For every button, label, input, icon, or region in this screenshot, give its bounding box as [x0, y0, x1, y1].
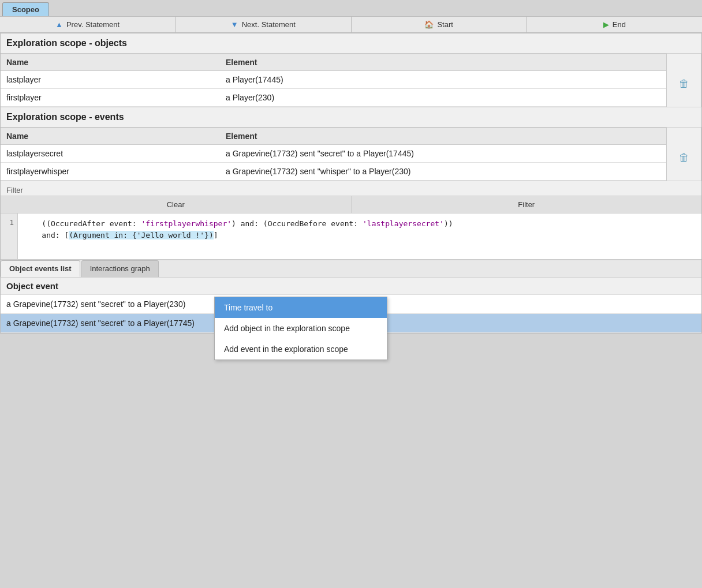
play-icon: ▶ — [603, 20, 609, 29]
objects-table-main: Name Element lastplayer a Player(17445) … — [1, 54, 667, 107]
event-row-2-name: firstplayerwhisper — [1, 163, 220, 181]
event-row-1-element: a Grapevine(17732) sent "secret" to a Pl… — [220, 145, 666, 163]
context-menu-item-add-object[interactable]: Add object in the exploration scope — [215, 318, 387, 339]
events-table: Name Element lastplayersecret a Grapevin… — [1, 128, 666, 181]
code-black-1: ((OccuredAfter event: — [24, 219, 141, 228]
events-section-header: Exploration scope - events — [1, 107, 701, 128]
start-button[interactable]: 🏠 Start — [352, 17, 527, 32]
table-row: firstplayerwhisper a Grapevine(17732) se… — [1, 163, 666, 181]
next-statement-label: Next. Statement — [242, 20, 296, 29]
tab-object-events-list[interactable]: Object events list — [1, 260, 80, 277]
events-name-col-header: Name — [1, 128, 220, 145]
tab-interactions-graph[interactable]: Interactions graph — [81, 260, 159, 277]
context-menu-item-add-event[interactable]: Add event in the exploration scope — [215, 339, 387, 359]
event-row-selected-area: a Grapevine(17732) sent "secret" to a Pl… — [1, 314, 701, 333]
events-table-main: Name Element lastplayersecret a Grapevin… — [1, 128, 667, 181]
start-label: Start — [437, 20, 453, 29]
bottom-tabs-bar: Object events list Interactions graph — [1, 260, 701, 278]
apply-filter-button[interactable]: Filter — [352, 196, 702, 213]
prev-statement-label: Prev. Statement — [66, 20, 120, 29]
next-statement-button[interactable]: ▼ Next. Statement — [176, 17, 351, 32]
object-row-1-name: lastplayer — [1, 71, 220, 89]
filter-section: Filter Clear Filter 1 ((OccuredAfter eve… — [1, 181, 701, 260]
object-row-2-element: a Player(230) — [220, 89, 666, 107]
filter-code-editor[interactable]: 1 ((OccuredAfter event: 'firstplayerwhis… — [1, 214, 701, 260]
main-content: Exploration scope - objects Name Element… — [0, 33, 702, 334]
table-row: lastplayer a Player(17445) — [1, 71, 666, 89]
code-purple-1: 'firstplayerwhisper' — [141, 219, 232, 228]
end-button[interactable]: ▶ End — [527, 17, 702, 32]
end-label: End — [613, 20, 626, 29]
objects-name-col-header: Name — [1, 54, 220, 71]
context-menu: Time travel to Add object in the explora… — [214, 297, 387, 360]
table-row: lastplayersecret a Grapevine(17732) sent… — [1, 145, 666, 163]
nav-bar: ▲ Prev. Statement ▼ Next. Statement 🏠 St… — [0, 16, 702, 33]
clear-filter-button[interactable]: Clear — [1, 196, 352, 213]
objects-action-column: 🗑 — [667, 54, 701, 107]
home-icon: 🏠 — [424, 20, 434, 29]
filter-label: Filter — [1, 185, 701, 196]
prev-statement-button[interactable]: ▲ Prev. Statement — [0, 17, 176, 32]
object-events-section-title: Object event — [1, 278, 701, 295]
object-row-2-name: firstplayer — [1, 89, 220, 107]
objects-section-header: Exploration scope - objects — [1, 33, 701, 54]
code-purple-2: 'lastplayersecret' — [363, 219, 444, 228]
delete-object-button[interactable]: 🗑 — [674, 77, 694, 91]
context-menu-item-time-travel[interactable]: Time travel to — [215, 297, 387, 318]
code-content[interactable]: ((OccuredAfter event: 'firstplayerwhispe… — [18, 214, 701, 259]
events-table-area: Name Element lastplayersecret a Grapevin… — [1, 128, 701, 181]
arrow-down-icon: ▼ — [231, 20, 238, 29]
scopeo-tab[interactable]: Scopeo — [2, 2, 49, 16]
arrow-up-icon: ▲ — [55, 20, 63, 29]
delete-event-button[interactable]: 🗑 — [674, 151, 694, 165]
objects-element-col-header: Element — [220, 54, 666, 71]
table-row: firstplayer a Player(230) — [1, 89, 666, 107]
events-action-column: 🗑 — [667, 128, 701, 181]
objects-table-area: Name Element lastplayer a Player(17445) … — [1, 54, 701, 107]
code-black-2: ) and: (OccuredBefore event: — [231, 219, 363, 228]
objects-table: Name Element lastplayer a Player(17445) … — [1, 54, 666, 107]
filter-buttons-bar: Clear Filter — [1, 196, 701, 214]
event-row-2-element: a Grapevine(17732) sent "whisper" to a P… — [220, 163, 666, 181]
event-row-1-name: lastplayersecret — [1, 145, 220, 163]
events-element-col-header: Element — [220, 128, 666, 145]
code-highlight: (Argument in: {'Jello world !'}) — [69, 231, 213, 239]
line-numbers: 1 — [1, 214, 18, 259]
object-row-1-element: a Player(17445) — [220, 71, 666, 89]
